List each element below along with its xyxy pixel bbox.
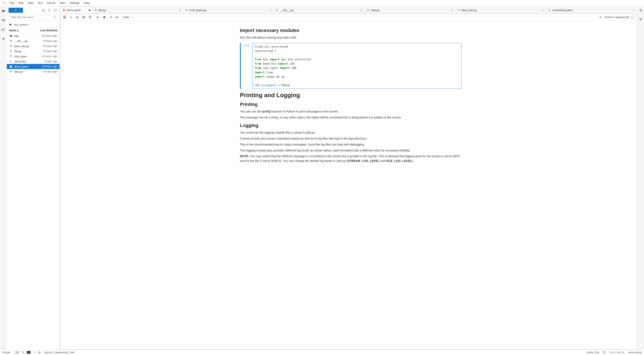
tab[interactable]: __init__.py×	[274, 6, 365, 13]
breadcrumb[interactable]: / ble_python /	[7, 21, 60, 28]
svg-point-62	[640, 18, 642, 20]
menu-tabs[interactable]: Tabs	[57, 0, 68, 5]
close-icon[interactable]: ×	[450, 9, 454, 12]
svg-point-58	[640, 9, 640, 10]
file-name: demo.ipynb	[14, 65, 36, 68]
sort-asc-icon: ▴	[17, 29, 18, 32]
md-paragraph: It prints to both your screen (standard …	[240, 136, 462, 141]
text-icon	[548, 9, 551, 12]
insert-cell-icon[interactable]	[68, 14, 74, 20]
running-tab-icon[interactable]	[1, 18, 6, 22]
terminal-icon[interactable]: s_	[27, 351, 30, 354]
md-paragraph: The logging module also provides differe…	[240, 148, 462, 153]
new-launcher-button[interactable]: +	[8, 8, 23, 13]
close-icon[interactable]: ×	[632, 9, 635, 12]
tab[interactable]: demo.ipynb	[60, 6, 92, 13]
copy-icon[interactable]	[80, 14, 86, 20]
menu-edit[interactable]: Edit	[16, 0, 26, 5]
tab[interactable]: connection.yaml×	[546, 6, 637, 13]
toc-tab-icon[interactable]	[1, 27, 6, 32]
svg-rect-16	[10, 66, 12, 66]
tab[interactable]: utils.py×	[365, 6, 456, 13]
file-row[interactable]: cmd_type…18 hours ago	[7, 54, 60, 59]
menu-run[interactable]: Run	[36, 0, 45, 5]
stop-icon[interactable]	[101, 14, 107, 20]
markdown-cell[interactable]: Import necessary modules Run this cell b…	[240, 28, 462, 40]
file-name: utils.py	[14, 70, 36, 73]
warnings-count[interactable]: 0	[22, 351, 24, 354]
svg-point-59	[641, 10, 642, 11]
notification-icon[interactable]	[603, 351, 606, 354]
column-name[interactable]: Name▴	[7, 29, 36, 32]
refresh-icon[interactable]	[53, 8, 58, 13]
close-icon[interactable]: ×	[269, 9, 272, 12]
cut-icon[interactable]	[74, 14, 80, 20]
notebook-body[interactable]: Import necessary modules Run this cell b…	[60, 21, 637, 349]
file-name: __init__.py	[14, 39, 36, 43]
file-row[interactable]: ble.py16 days ago	[7, 48, 60, 54]
line-col-text[interactable]: Ln 5, Col 25	[610, 351, 624, 354]
terminals-count[interactable]: 1	[34, 351, 35, 354]
svg-line-71	[604, 352, 605, 353]
jupyter-logo-icon	[2, 1, 6, 5]
kernel-status-text[interactable]: Python 3 (ipykernel) | Idle	[44, 351, 74, 354]
close-icon[interactable]: ×	[541, 9, 544, 12]
file-row[interactable]: base_ble.py16 days ago	[7, 43, 60, 48]
menu-help[interactable]: Help	[82, 0, 92, 5]
filter-input[interactable]	[8, 14, 58, 20]
tab-label: demo.ipynb	[66, 8, 81, 12]
text-icon	[185, 9, 188, 12]
restart-run-all-icon[interactable]	[114, 14, 120, 20]
paste-icon[interactable]	[87, 14, 93, 20]
yaml-icon: Y:	[9, 60, 13, 63]
cell-type-selector[interactable]: Code	[122, 15, 133, 19]
code-cell[interactable]: [2]: %load_ext autoreload %autoreload 2 …	[240, 43, 462, 89]
tab[interactable]: base_ble.py×	[456, 6, 546, 13]
file-row[interactable]: Y:connectio…3 days ago	[7, 59, 60, 64]
lsp-icon[interactable]	[38, 351, 41, 354]
new-folder-icon[interactable]	[41, 8, 46, 13]
menu-file[interactable]: File	[8, 0, 16, 5]
close-icon[interactable]: ×	[360, 9, 363, 12]
svg-rect-19	[63, 10, 64, 10]
column-modified[interactable]: Last Modified	[36, 29, 60, 32]
current-file-text[interactable]: demo.ipynb	[628, 351, 642, 354]
menu-kernel[interactable]: Kernel	[45, 0, 57, 5]
run-icon[interactable]	[95, 14, 101, 20]
document-area: demo.ipynbble.py×cmd_types.py×__init__.p…	[60, 6, 638, 350]
code-editor[interactable]: %load_ext autoreload %autoreload 2 from …	[252, 43, 462, 89]
upload-icon[interactable]	[47, 8, 52, 13]
markdown-cell[interactable]: Printing and Logging Printing You can us…	[240, 92, 462, 163]
property-inspector-icon[interactable]	[639, 8, 643, 12]
breadcrumb-root[interactable]: /	[13, 23, 14, 26]
file-row[interactable]: demo.ipynb14 hours ago	[7, 64, 60, 69]
extensions-tab-icon[interactable]	[1, 37, 6, 41]
kernel-name[interactable]: Python 3 (ipykernel)	[604, 15, 629, 19]
svg-rect-3	[3, 20, 4, 21]
simple-mode-toggle[interactable]	[13, 351, 19, 354]
file-row[interactable]: __init__.py16 days ago	[7, 38, 60, 43]
svg-point-70	[38, 351, 40, 353]
menu-settings[interactable]: Settings	[68, 0, 82, 5]
folder-icon	[9, 34, 13, 37]
menu-bar: File Edit View Run Kernel Tabs Settings …	[0, 0, 644, 6]
svg-point-8	[2, 29, 2, 30]
restart-icon[interactable]	[108, 14, 114, 20]
debugger-icon[interactable]	[599, 15, 602, 19]
file-browser: + / ble_python / Name▴ Last Modified log…	[7, 6, 60, 350]
notebook-icon	[9, 65, 13, 68]
fb-filter	[8, 14, 58, 20]
save-icon[interactable]	[62, 14, 68, 20]
tab-bar: demo.ipynbble.py×cmd_types.py×__init__.p…	[60, 6, 637, 13]
tab[interactable]: ble.py×	[92, 6, 183, 13]
close-icon[interactable]: ×	[178, 9, 181, 12]
file-row[interactable]: utils.py16 days ago	[7, 69, 60, 74]
debugger-panel-icon[interactable]	[639, 17, 643, 21]
cell-prompt: [2]:	[242, 43, 252, 89]
breadcrumb-path[interactable]: ble_python	[14, 23, 28, 26]
file-row[interactable]: logs16 hours ago	[7, 33, 60, 38]
menu-view[interactable]: View	[26, 0, 36, 5]
mode-text[interactable]: Mode: Edit	[586, 351, 599, 354]
filebrowser-tab-icon[interactable]	[1, 8, 6, 13]
tab[interactable]: cmd_types.py×	[183, 6, 274, 13]
